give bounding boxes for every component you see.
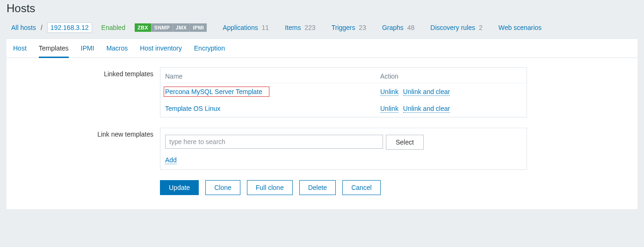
- proto-snmp: SNMP: [151, 23, 173, 32]
- proto-zbx: ZBX: [135, 23, 151, 32]
- link-new-templates-label: Link new templates: [13, 128, 160, 170]
- unlink-action[interactable]: Unlink: [380, 88, 398, 96]
- nav-count: 11: [262, 24, 269, 31]
- nav-count: 223: [304, 24, 315, 31]
- col-name: Name: [160, 68, 376, 83]
- unlink-action[interactable]: Unlink: [380, 105, 398, 113]
- table-row: Template OS Linux Unlink Unlink and clea…: [160, 100, 527, 117]
- all-hosts-link[interactable]: All hosts: [11, 24, 36, 31]
- content-box: Host Templates IPMI Macros Host inventor…: [7, 38, 637, 209]
- nav-items[interactable]: Items 223: [285, 24, 315, 31]
- nav-graphs[interactable]: Graphs 48: [382, 24, 414, 31]
- tab-host[interactable]: Host: [13, 39, 27, 58]
- link-new-panel: Select Add: [160, 128, 527, 170]
- full-clone-button[interactable]: Full clone: [247, 180, 293, 195]
- template-link-percona[interactable]: Percona MySQL Server Template: [165, 88, 262, 95]
- proto-jmx: JMX: [173, 23, 190, 32]
- tab-host-inventory[interactable]: Host inventory: [140, 39, 181, 58]
- nav-count: 2: [479, 24, 483, 31]
- update-button[interactable]: Update: [160, 180, 199, 195]
- template-link-oslinux[interactable]: Template OS Linux: [165, 105, 220, 112]
- breadcrumb-sep: /: [41, 24, 43, 31]
- host-ip[interactable]: 192.168.3.12: [47, 22, 92, 33]
- linked-templates-table: Name Action Percona MySQL Server Templat…: [160, 67, 527, 117]
- tab-macros[interactable]: Macros: [106, 39, 128, 58]
- protocol-badges: ZBX SNMP JMX IPMI: [135, 23, 207, 32]
- nav-label: Items: [285, 24, 301, 31]
- delete-button[interactable]: Delete: [299, 180, 336, 195]
- nav-label: Graphs: [382, 24, 404, 31]
- nav-count: 48: [407, 24, 415, 31]
- nav-web-scenarios[interactable]: Web scenarios: [499, 24, 542, 31]
- nav-count: 23: [359, 24, 366, 31]
- page-title: Hosts: [7, 2, 644, 15]
- tabs: Host Templates IPMI Macros Host inventor…: [7, 39, 637, 58]
- tab-encryption[interactable]: Encryption: [194, 39, 225, 58]
- tab-ipmi[interactable]: IPMI: [81, 39, 94, 58]
- unlink-clear-action[interactable]: Unlink and clear: [403, 105, 450, 113]
- nav-label: Web scenarios: [499, 24, 542, 31]
- template-search-input[interactable]: [165, 135, 383, 149]
- nav-label: Triggers: [332, 24, 355, 31]
- nav-label: Discovery rules: [430, 24, 475, 31]
- action-buttons: Update Clone Full clone Delete Cancel: [160, 180, 631, 195]
- col-action: Action: [376, 68, 527, 83]
- nav-discovery[interactable]: Discovery rules 2: [430, 24, 482, 31]
- cancel-button[interactable]: Cancel: [342, 180, 381, 195]
- status-enabled: Enabled: [101, 24, 125, 31]
- nav-applications[interactable]: Applications 11: [223, 24, 269, 31]
- nav-label: Applications: [223, 24, 258, 31]
- clone-button[interactable]: Clone: [205, 180, 240, 195]
- table-row: Percona MySQL Server Template Unlink Unl…: [160, 83, 527, 101]
- select-button[interactable]: Select: [386, 135, 424, 150]
- host-subnav: All hosts / 192.168.3.12 Enabled ZBX SNM…: [0, 22, 644, 38]
- unlink-clear-action[interactable]: Unlink and clear: [403, 88, 450, 96]
- linked-templates-label: Linked templates: [13, 67, 160, 117]
- nav-triggers[interactable]: Triggers 23: [332, 24, 366, 31]
- proto-ipmi: IPMI: [189, 23, 207, 32]
- add-link[interactable]: Add: [165, 156, 177, 164]
- tab-templates[interactable]: Templates: [39, 39, 69, 58]
